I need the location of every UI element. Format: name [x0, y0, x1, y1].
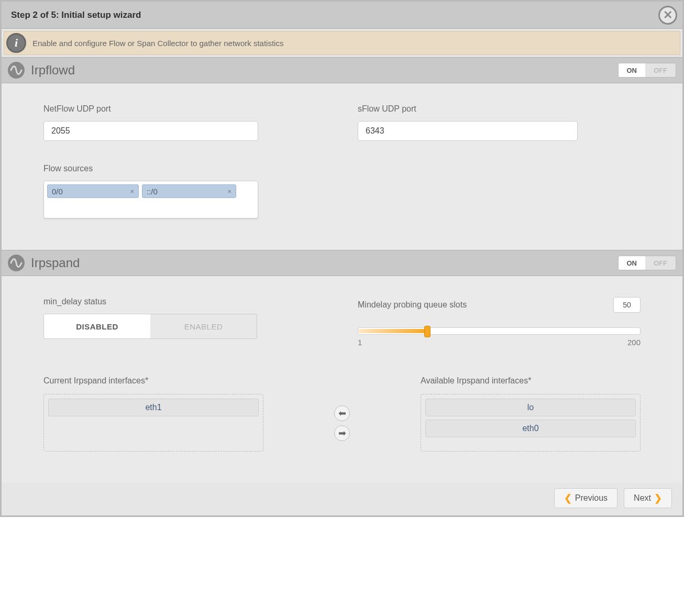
- irpspand-header: Irpspand ON OFF: [2, 250, 682, 276]
- min-delay-enabled-button[interactable]: ENABLED: [150, 314, 257, 338]
- flow-source-tag[interactable]: 0/0 ×: [47, 184, 139, 198]
- slider-min: 1: [358, 338, 362, 347]
- tag-label: 0/0: [52, 187, 63, 196]
- toggle-off[interactable]: OFF: [645, 256, 676, 270]
- sflow-port-input[interactable]: [358, 121, 578, 141]
- mindelay-slider[interactable]: [358, 327, 641, 335]
- info-text: Enable and configure Flow or Span Collec…: [32, 39, 283, 48]
- sine-icon: [8, 62, 25, 79]
- interface-item[interactable]: lo: [425, 399, 636, 416]
- irpspand-body: min_delay status DISABLED ENABLED Mindel…: [2, 276, 682, 483]
- info-banner: i Enable and configure Flow or Span Coll…: [4, 31, 680, 55]
- sflow-port-label: sFlow UDP port: [358, 104, 641, 114]
- mindelay-slider-label: Mindelay probing queue slots: [358, 300, 467, 310]
- tag-label: ::/0: [147, 187, 158, 196]
- slider-max: 200: [627, 338, 641, 347]
- titlebar: Step 2 of 5: Initial setup wizard ✕: [2, 2, 682, 29]
- close-button[interactable]: ✕: [658, 6, 677, 25]
- irpspand-title: Irpspand: [31, 256, 618, 270]
- chevron-right-icon: ❯: [654, 492, 662, 504]
- remove-tag-icon[interactable]: ×: [130, 188, 134, 195]
- remove-tag-icon[interactable]: ×: [227, 188, 231, 195]
- previous-label: Previous: [575, 493, 608, 503]
- close-icon: ✕: [663, 9, 672, 21]
- toggle-off[interactable]: OFF: [645, 63, 676, 77]
- flow-source-tag[interactable]: ::/0 ×: [142, 184, 236, 198]
- interface-item[interactable]: eth0: [425, 420, 636, 437]
- flow-sources-input[interactable]: 0/0 × ::/0 ×: [43, 181, 258, 218]
- irpflowd-body: NetFlow UDP port sFlow UDP port Flow sou…: [2, 83, 682, 250]
- current-interfaces-list[interactable]: eth1: [43, 394, 263, 452]
- setup-wizard-dialog: Step 2 of 5: Initial setup wizard ✕ i En…: [0, 0, 684, 517]
- netflow-port-input[interactable]: [43, 121, 258, 141]
- wizard-footer: ❮ Previous Next ❯: [2, 483, 682, 515]
- mindelay-slider-value[interactable]: 50: [613, 297, 641, 313]
- available-interfaces-label: Available Irpspand interfaces*: [421, 376, 641, 386]
- sine-icon: [8, 255, 25, 271]
- current-interfaces-label: Current Irpspand interfaces*: [43, 376, 263, 386]
- irpflowd-title: Irpflowd: [31, 63, 618, 78]
- slider-range-labels: 1 200: [358, 338, 641, 347]
- irpflowd-header: Irpflowd ON OFF: [2, 57, 682, 83]
- min-delay-disabled-button[interactable]: DISABLED: [44, 314, 150, 338]
- move-left-button[interactable]: ⬅: [334, 405, 350, 421]
- irpspand-toggle[interactable]: ON OFF: [618, 256, 677, 270]
- arrow-left-icon: ⬅: [338, 408, 346, 419]
- move-right-button[interactable]: ➡: [334, 425, 350, 441]
- next-button[interactable]: Next ❯: [624, 488, 672, 508]
- arrow-right-icon: ➡: [338, 427, 346, 439]
- min-delay-segmented[interactable]: DISABLED ENABLED: [43, 314, 257, 339]
- previous-button[interactable]: ❮ Previous: [554, 488, 617, 508]
- dialog-title: Step 2 of 5: Initial setup wizard: [11, 10, 141, 20]
- flow-sources-label: Flow sources: [43, 164, 326, 173]
- min-delay-label: min_delay status: [43, 297, 326, 306]
- chevron-left-icon: ❮: [564, 492, 572, 504]
- irpflowd-toggle[interactable]: ON OFF: [618, 63, 677, 78]
- next-label: Next: [634, 493, 651, 503]
- available-interfaces-list[interactable]: lo eth0: [421, 394, 641, 452]
- slider-handle[interactable]: [424, 326, 431, 337]
- toggle-on[interactable]: ON: [619, 256, 646, 270]
- info-icon: i: [6, 33, 26, 53]
- toggle-on[interactable]: ON: [619, 63, 646, 77]
- interface-item[interactable]: eth1: [48, 399, 259, 416]
- netflow-port-label: NetFlow UDP port: [43, 104, 326, 114]
- slider-fill: [359, 329, 428, 333]
